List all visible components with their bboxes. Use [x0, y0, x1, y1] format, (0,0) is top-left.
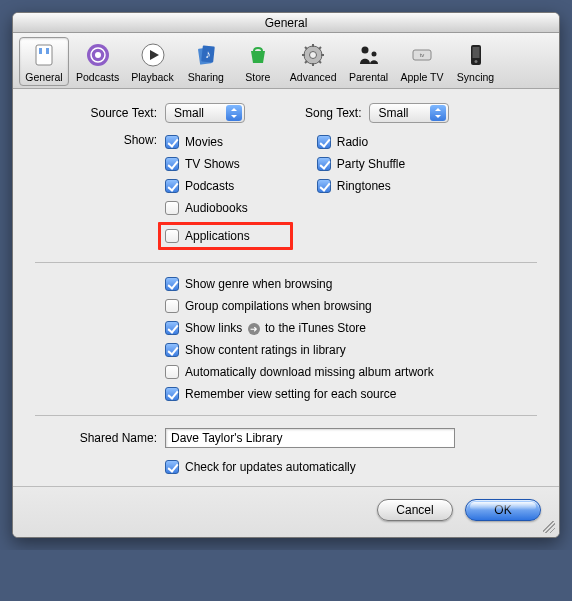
svg-point-27 [474, 60, 477, 63]
cancel-button[interactable]: Cancel [377, 499, 453, 521]
checkbox-movies[interactable]: Movies [165, 133, 293, 151]
popup-source-text[interactable]: Small [165, 103, 245, 123]
checkbox-tv-shows[interactable]: TV Shows [165, 155, 293, 173]
checkbox-check-updates[interactable]: Check for updates automatically [165, 458, 537, 476]
checkbox-option-3[interactable]: Show content ratings in library [165, 341, 537, 359]
toolbar-label: Podcasts [76, 71, 119, 83]
toolbar-item-store[interactable]: Store [233, 37, 283, 86]
checkbox-label: Party Shuffle [337, 157, 405, 171]
parental-icon [355, 41, 383, 69]
checkbox-label: Show content ratings in library [185, 343, 346, 357]
checkbox-radio[interactable]: Radio [317, 133, 405, 151]
svg-line-17 [305, 47, 307, 49]
popup-value: Small [378, 106, 408, 120]
checkbox-applications[interactable]: Applications [165, 227, 250, 245]
stepper-arrows-icon [430, 105, 446, 121]
checkbox-label: Show links ➜ to the iTunes Store [185, 321, 366, 335]
checkbox-icon [165, 365, 179, 379]
toolbar-label: Apple TV [401, 71, 444, 83]
svg-point-5 [95, 52, 101, 58]
toolbar-item-syncing[interactable]: Syncing [451, 37, 501, 86]
checkbox-option-5[interactable]: Remember view setting for each source [165, 385, 537, 403]
checkbox-podcasts[interactable]: Podcasts [165, 177, 293, 195]
checkbox-icon [317, 157, 331, 171]
toolbar-item-general[interactable]: General [19, 37, 69, 86]
dialog-footer: Cancel OK [13, 486, 559, 537]
ok-button[interactable]: OK [465, 499, 541, 521]
svg-rect-2 [46, 48, 49, 54]
checkbox-option-0[interactable]: Show genre when browsing [165, 275, 537, 293]
highlight-annotation: Applications [158, 222, 293, 250]
toolbar-label: Advanced [290, 71, 337, 83]
show-left-column: MoviesTV ShowsPodcastsAudiobooksApplicat… [165, 133, 293, 250]
checkbox-label: Audiobooks [185, 201, 248, 215]
checkbox-icon [165, 321, 179, 335]
toolbar-item-podcasts[interactable]: Podcasts [71, 37, 124, 86]
svg-line-19 [305, 61, 307, 63]
general-icon [30, 41, 58, 69]
checkbox-option-4[interactable]: Automatically download missing album art… [165, 363, 537, 381]
toolbar-label: Sharing [188, 71, 224, 83]
svg-rect-0 [36, 45, 52, 65]
syncing-icon [462, 41, 490, 69]
popup-value: Small [174, 106, 204, 120]
store-link-icon: ➜ [248, 323, 260, 335]
stepper-arrows-icon [226, 105, 242, 121]
checkbox-party-shuffle[interactable]: Party Shuffle [317, 155, 405, 173]
appletv-icon: tv [408, 41, 436, 69]
toolbar-item-advanced[interactable]: Advanced [285, 37, 342, 86]
toolbar-item-playback[interactable]: Playback [126, 37, 179, 86]
label-source-text: Source Text: [35, 106, 165, 120]
toolbar-label: Store [245, 71, 270, 83]
toolbar-label: Playback [131, 71, 174, 83]
resize-grip-icon[interactable] [543, 521, 555, 533]
checkbox-label: Ringtones [337, 179, 391, 193]
checkbox-label: Check for updates automatically [185, 460, 356, 474]
checkbox-icon [165, 135, 179, 149]
toolbar-item-parental[interactable]: Parental [344, 37, 394, 86]
shared-name-input[interactable] [165, 428, 455, 448]
checkbox-icon [165, 343, 179, 357]
prefs-toolbar: General Podcasts Playback ♪ Sharing Stor… [13, 33, 559, 89]
label-song-text: Song Text: [305, 106, 369, 120]
svg-line-18 [319, 61, 321, 63]
svg-point-22 [371, 52, 376, 57]
sharing-icon: ♪ [192, 41, 220, 69]
svg-point-12 [310, 52, 317, 59]
checkbox-icon [165, 460, 179, 474]
checkbox-label: Remember view setting for each source [185, 387, 396, 401]
preferences-window: General General Podcasts Playback ♪ Shar… [12, 12, 560, 538]
checkbox-label: Applications [185, 229, 250, 243]
checkbox-label: Automatically download missing album art… [185, 365, 434, 379]
checkbox-icon [317, 179, 331, 193]
toolbar-item-appletv[interactable]: tv Apple TV [396, 37, 449, 86]
checkbox-label: Group compilations when browsing [185, 299, 372, 313]
checkbox-option-2[interactable]: Show links ➜ to the iTunes Store [165, 319, 537, 337]
toolbar-item-sharing[interactable]: ♪ Sharing [181, 37, 231, 86]
checkbox-audiobooks[interactable]: Audiobooks [165, 199, 293, 217]
checkbox-icon [165, 277, 179, 291]
svg-rect-26 [472, 47, 479, 58]
checkbox-label: Show genre when browsing [185, 277, 332, 291]
checkbox-icon [317, 135, 331, 149]
checkbox-icon [165, 387, 179, 401]
svg-line-20 [319, 47, 321, 49]
svg-text:♪: ♪ [205, 48, 211, 60]
svg-point-21 [361, 47, 368, 54]
checkbox-ringtones[interactable]: Ringtones [317, 177, 405, 195]
popup-song-text[interactable]: Small [369, 103, 449, 123]
options-block: Show genre when browsingGroup compilatio… [35, 275, 537, 403]
checkbox-icon [165, 229, 179, 243]
label-show: Show: [35, 133, 165, 250]
checkbox-icon [165, 179, 179, 193]
separator [35, 415, 537, 416]
window-title: General [13, 13, 559, 33]
podcasts-icon [84, 41, 112, 69]
checkbox-option-1[interactable]: Group compilations when browsing [165, 297, 537, 315]
advanced-icon [299, 41, 327, 69]
svg-rect-1 [39, 48, 42, 54]
show-right-column: RadioParty ShuffleRingtones [317, 133, 405, 250]
checkbox-icon [165, 299, 179, 313]
checkbox-label: Podcasts [185, 179, 234, 193]
toolbar-label: Parental [349, 71, 388, 83]
